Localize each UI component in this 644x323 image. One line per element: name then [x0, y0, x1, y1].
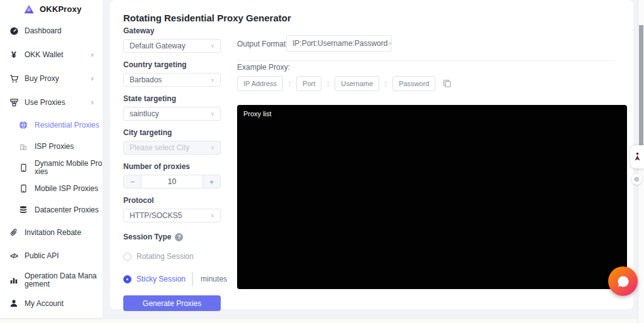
page-bottom-strip — [0, 319, 644, 323]
proxy-count-value[interactable]: 10 — [142, 175, 203, 188]
sticky-minutes-stepper: − 30 + — [192, 271, 193, 287]
example-ip-box: IP Address — [237, 76, 283, 91]
okkproxy-logo-icon — [24, 4, 34, 14]
robot-icon — [633, 152, 641, 162]
sidebar-item-okk-wallet[interactable]: ¥ OKK Wallet ∨ — [0, 50, 103, 60]
country-targeting-label: Country targeting — [123, 60, 221, 69]
sidebar-item-label: Public API — [25, 252, 59, 260]
wallet-yen-icon: ¥ — [9, 50, 19, 60]
city-targeting-label: City targeting — [123, 128, 221, 137]
state-value: saintlucy — [130, 109, 159, 118]
output-format-select[interactable]: IP:Port:Username:Password ∨ — [286, 35, 392, 52]
chevron-down-icon: ∨ — [210, 145, 214, 151]
sidebar-item-label: Dashboard — [25, 27, 62, 35]
sidebar-item-label: OKK Wallet — [25, 51, 64, 59]
chevron-down-icon: ∨ — [210, 111, 214, 117]
city-select[interactable]: Please select City ∨ — [123, 141, 221, 155]
protocol-value: HTTP/SOCKS5 — [130, 211, 182, 220]
decrement-button[interactable]: − — [192, 272, 193, 286]
building-icon — [18, 141, 28, 151]
sidebar-item-label: My Account — [25, 300, 64, 308]
increment-button[interactable]: + — [203, 175, 220, 188]
code-icon: </> — [9, 251, 19, 261]
server-stack-icon — [18, 205, 28, 215]
example-proxy-row: IP Address : Port : Username : Password — [237, 76, 452, 91]
dashboard-icon — [9, 26, 19, 36]
state-select[interactable]: saintlucy ∨ — [123, 107, 221, 121]
radio-selected-icon[interactable] — [123, 275, 131, 283]
radio-unselected-icon[interactable] — [123, 253, 131, 261]
country-select[interactable]: Barbados ∨ — [123, 73, 221, 87]
sticky-minutes-unit: minutes — [201, 275, 227, 283]
paperclip-icon — [9, 227, 19, 238]
separator: : — [327, 80, 329, 87]
gateway-label: Gateway — [123, 26, 221, 35]
decrement-button[interactable]: − — [124, 175, 142, 188]
sidebar-item-public-api[interactable]: </> Public API — [0, 251, 103, 261]
output-format-label: Output Format: — [237, 40, 288, 48]
example-username-box: Username — [335, 76, 379, 91]
protocol-select[interactable]: HTTP/SOCKS5 ∨ — [123, 209, 221, 222]
proxies-sitemap-icon — [9, 97, 19, 107]
chevron-down-icon: ∨ — [210, 212, 214, 219]
brand-logo[interactable]: OKKProxy — [24, 4, 82, 14]
chat-bubble-icon — [616, 274, 631, 289]
city-placeholder: Please select City — [130, 143, 189, 152]
main-panel: Rotating Residential Proxy Generator Gat… — [110, 0, 633, 309]
divider — [237, 60, 614, 61]
sidebar-item-label: Mobile ISP Proxies — [35, 185, 103, 193]
sidebar-item-isp-proxies[interactable]: ISP Proxies — [0, 141, 103, 151]
proxy-count-stepper: − 10 + — [123, 175, 221, 189]
sidebar-item-residential-proxies[interactable]: Residential Proxies — [0, 120, 103, 130]
sidebar-item-datacenter-proxies[interactable]: Datacenter Proxies — [0, 205, 103, 215]
sidebar-item-dashboard[interactable]: Dashboard — [0, 26, 103, 36]
sidebar-item-use-proxies[interactable]: Use Proxies ∧ — [0, 97, 103, 107]
page-title: Rotating Residential Proxy Generator — [123, 13, 291, 23]
country-value: Barbados — [130, 75, 162, 84]
sidebar-item-label: Use Proxies — [25, 99, 65, 107]
sidebar-item-label: Invitation Rebate — [25, 229, 81, 237]
chevron-down-icon: ∨ — [210, 43, 214, 49]
sidebar-item-my-account[interactable]: My Account — [0, 298, 103, 309]
copy-icon[interactable] — [443, 79, 452, 88]
output-format-value: IP:Port:Username:Password — [292, 39, 387, 48]
cart-icon — [9, 74, 19, 84]
chat-widget-button[interactable] — [608, 266, 638, 296]
session-type-label: Session Type — [123, 233, 171, 241]
sidebar-item-dynamic-mobile-proxies[interactable]: Dynamic Mobile Proxies — [0, 160, 103, 176]
example-port-box: Port — [296, 76, 321, 91]
settings-gear-button[interactable]: ⚙ — [631, 174, 642, 185]
sidebar-item-label: Datacenter Proxies — [35, 206, 103, 214]
sidebar-item-mobile-isp-proxies[interactable]: Mobile ISP Proxies — [0, 183, 103, 194]
sidebar-item-operation-data-management[interactable]: Operation Data Management — [0, 272, 103, 288]
sidebar-item-label: Buy Proxy — [25, 75, 59, 83]
sidebar-item-label: Residential Proxies — [35, 121, 103, 129]
gateway-select[interactable]: Default Gateway ∨ — [123, 39, 221, 53]
sticky-session-label: Sticky Session — [136, 275, 186, 283]
globe-icon — [18, 120, 28, 130]
sidebar-item-invitation-rebate[interactable]: Invitation Rebate — [0, 227, 103, 238]
state-targeting-label: State targeting — [123, 94, 221, 103]
rotating-session-label: Rotating Session — [136, 252, 194, 261]
separator: : — [385, 80, 387, 87]
number-of-proxies-label: Number of proxies — [123, 162, 221, 171]
chevron-down-icon: ∨ — [387, 40, 392, 47]
generate-proxies-button[interactable]: Generate Proxies — [123, 295, 221, 311]
brand-name: OKKProxy — [40, 4, 82, 14]
sidebar-item-label: Dynamic Mobile Proxies — [35, 160, 103, 176]
gateway-value: Default Gateway — [130, 41, 186, 50]
proxy-generator-form: Gateway Default Gateway ∨ Country target… — [123, 26, 221, 311]
proxy-list-panel: Proxy list — [237, 105, 627, 289]
sidebar-item-buy-proxy[interactable]: Buy Proxy ∨ — [0, 74, 103, 84]
protocol-label: Protocol — [123, 196, 221, 205]
chevron-up-icon: ∧ — [90, 99, 94, 106]
assistant-tab[interactable] — [630, 145, 644, 168]
rotating-session-option[interactable]: Rotating Session — [123, 252, 221, 261]
help-icon[interactable]: ? — [175, 233, 183, 241]
chevron-down-icon: ∨ — [90, 75, 94, 82]
scrollbar-thumb[interactable] — [639, 25, 643, 146]
gear-icon: ⚙ — [634, 176, 640, 183]
chevron-down-icon: ∨ — [210, 77, 214, 83]
sticky-session-option[interactable]: Sticky Session − 30 + minutes — [123, 271, 221, 287]
example-password-box: Password — [392, 76, 435, 91]
